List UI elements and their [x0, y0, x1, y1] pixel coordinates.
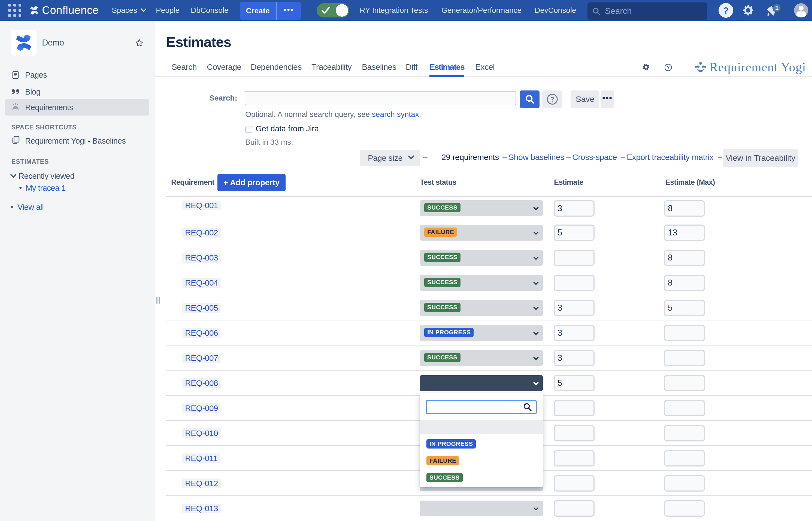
svg-text:?: ? — [667, 65, 670, 70]
svg-text:?: ? — [550, 96, 555, 103]
